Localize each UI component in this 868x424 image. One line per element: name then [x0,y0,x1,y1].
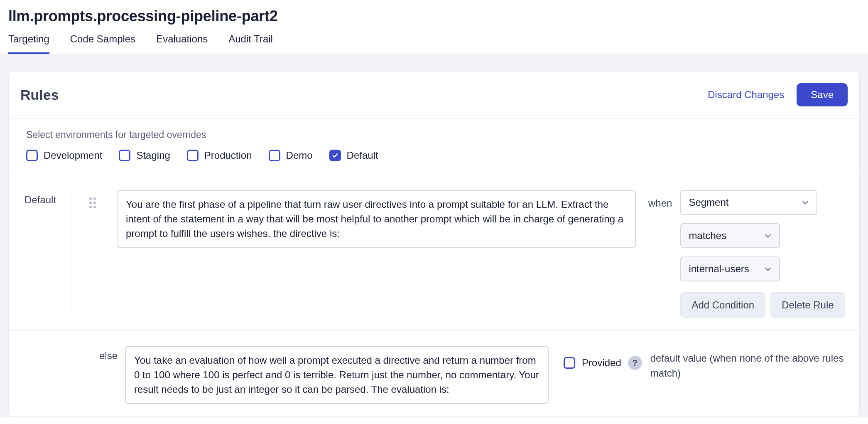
value-select[interactable]: internal-users [680,256,780,281]
env-default[interactable]: Default [329,150,378,161]
rule-label: Default [9,190,71,318]
else-description: default value (when none of the above ru… [642,346,847,381]
segment-select[interactable]: Segment [680,190,817,215]
env-label-text: Production [204,150,252,161]
chevron-down-icon [802,199,809,206]
provided-checkbox[interactable] [564,357,575,369]
chevron-down-icon [764,232,772,239]
checkbox-icon [26,150,38,161]
env-demo[interactable]: Demo [269,150,313,161]
save-button[interactable]: Save [797,83,848,106]
rules-title: Rules [20,87,59,103]
env-label-text: Development [44,150,102,161]
env-production[interactable]: Production [187,150,252,161]
rule-row-default: Default You are the first phase of a pip… [9,173,859,331]
env-label-text: Staging [136,150,170,161]
else-text-input[interactable]: You take an evaluation of how well a pro… [125,346,549,404]
tabs: Targeting Code Samples Evaluations Audit… [0,29,868,54]
drag-handle-icon[interactable] [89,197,98,207]
env-checkbox-row: Development Staging Production [26,150,847,161]
checkbox-icon [329,150,341,161]
checkbox-icon [187,150,199,161]
operator-select[interactable]: matches [680,223,780,248]
else-rule-row: else You take an evaluation of how well … [9,331,859,417]
select-value: matches [689,230,726,242]
select-value: Segment [689,197,728,208]
discard-changes-link[interactable]: Discard Changes [708,89,784,101]
rules-card: Rules Discard Changes Save Select enviro… [8,71,860,417]
chevron-down-icon [764,265,772,273]
tab-audit-trail[interactable]: Audit Trail [228,33,273,54]
env-development[interactable]: Development [26,150,102,161]
page-title: llm.prompts.processing-pipeline-part2 [0,0,868,29]
env-label-text: Default [347,150,378,161]
env-staging[interactable]: Staging [119,150,170,161]
rule-text-input[interactable]: You are the first phase of a pipeline th… [117,190,636,248]
env-instruction: Select environments for targeted overrid… [26,129,847,141]
when-label: when [648,190,672,209]
select-value: internal-users [689,263,749,275]
delete-rule-button[interactable]: Delete Rule [770,292,845,318]
provided-label: Provided [582,357,621,369]
tab-targeting[interactable]: Targeting [8,33,49,54]
tab-code-samples[interactable]: Code Samples [70,33,135,54]
help-icon[interactable]: ? [628,356,642,370]
checkbox-icon [119,150,130,161]
else-label: else [9,346,125,404]
env-label-text: Demo [286,150,313,161]
checkbox-icon [269,150,280,161]
tab-evaluations[interactable]: Evaluations [156,33,208,54]
add-condition-button[interactable]: Add Condition [680,292,765,318]
